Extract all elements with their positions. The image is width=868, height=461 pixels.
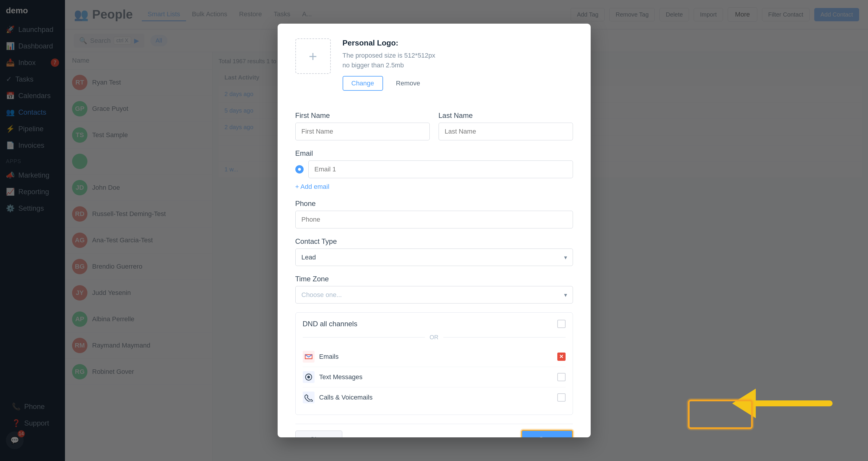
logo-upload-box[interactable]: + bbox=[295, 38, 331, 74]
calls-channel-label: Calls & Voicemails bbox=[319, 394, 553, 401]
calls-dnd-checkbox[interactable] bbox=[557, 393, 565, 402]
divider-line bbox=[443, 337, 565, 338]
dnd-channel-calls: Calls & Voicemails bbox=[303, 387, 565, 407]
logo-buttons: Change Remove bbox=[343, 76, 573, 91]
email-section: Email + Add email bbox=[295, 149, 573, 191]
time-zone-label: Time Zone bbox=[295, 275, 573, 283]
sms-channel-label: Text Messages bbox=[319, 373, 553, 381]
phone-label: Phone bbox=[295, 199, 573, 208]
name-row: First Name Last Name bbox=[295, 111, 573, 140]
logo-description: The proposed size is 512*512px no bigger… bbox=[343, 51, 573, 70]
save-button[interactable]: Save bbox=[521, 430, 573, 437]
last-name-label: Last Name bbox=[439, 111, 573, 120]
first-name-input[interactable] bbox=[295, 123, 430, 140]
modal-footer: Close Save bbox=[295, 424, 573, 437]
remove-logo-button[interactable]: Remove bbox=[388, 76, 429, 91]
plus-icon: + bbox=[309, 48, 317, 64]
dnd-channel-sms: Text Messages bbox=[303, 367, 565, 387]
arrow-body bbox=[756, 400, 833, 406]
or-text: OR bbox=[430, 334, 439, 341]
email-channel-label: Emails bbox=[319, 353, 553, 361]
dnd-channel-email: Emails ✕ bbox=[303, 347, 565, 367]
or-divider: OR bbox=[303, 334, 565, 341]
first-name-group: First Name bbox=[295, 111, 430, 140]
contact-type-label: Contact Type bbox=[295, 237, 573, 246]
logo-title: Personal Logo: bbox=[343, 38, 573, 48]
first-name-label: First Name bbox=[295, 111, 430, 120]
dnd-section: DND all channels OR Emails ✕ bbox=[295, 312, 573, 415]
add-contact-modal: + Personal Logo: The proposed size is 51… bbox=[278, 24, 591, 437]
phone-section: Phone bbox=[295, 199, 573, 228]
logo-section: + Personal Logo: The proposed size is 51… bbox=[295, 38, 573, 99]
contact-type-wrapper: Lead Customer Prospect ▾ bbox=[295, 249, 573, 266]
contact-type-section: Contact Type Lead Customer Prospect ▾ bbox=[295, 237, 573, 266]
email-dnd-active-icon: ✕ bbox=[557, 352, 565, 361]
contact-type-select[interactable]: Lead Customer Prospect bbox=[295, 249, 573, 266]
last-name-group: Last Name bbox=[439, 111, 573, 140]
divider-line bbox=[303, 337, 425, 338]
time-zone-wrapper: Choose one... ▾ bbox=[295, 286, 573, 304]
dnd-all-checkbox[interactable] bbox=[557, 320, 565, 328]
gmail-icon bbox=[303, 351, 314, 363]
email-input[interactable] bbox=[308, 161, 573, 178]
sms-icon bbox=[303, 371, 314, 383]
radio-inner bbox=[298, 168, 301, 171]
time-zone-select[interactable]: Choose one... bbox=[295, 286, 573, 304]
logo-info: Personal Logo: The proposed size is 512*… bbox=[343, 38, 573, 91]
last-name-input[interactable] bbox=[439, 123, 573, 140]
save-button-highlight bbox=[688, 400, 753, 429]
calls-icon bbox=[303, 392, 314, 403]
phone-input[interactable] bbox=[295, 211, 573, 228]
change-logo-button[interactable]: Change bbox=[343, 76, 383, 91]
email-radio[interactable] bbox=[295, 165, 304, 173]
email-label: Email bbox=[295, 149, 573, 157]
dnd-header: DND all channels bbox=[303, 320, 565, 328]
email-row bbox=[295, 161, 573, 178]
sms-dnd-checkbox[interactable] bbox=[557, 373, 565, 381]
time-zone-section: Time Zone Choose one... ▾ bbox=[295, 275, 573, 304]
svg-point-1 bbox=[307, 376, 310, 378]
close-button[interactable]: Close bbox=[295, 431, 342, 437]
dnd-label: DND all channels bbox=[303, 320, 358, 328]
add-email-button[interactable]: + Add email bbox=[295, 183, 330, 191]
